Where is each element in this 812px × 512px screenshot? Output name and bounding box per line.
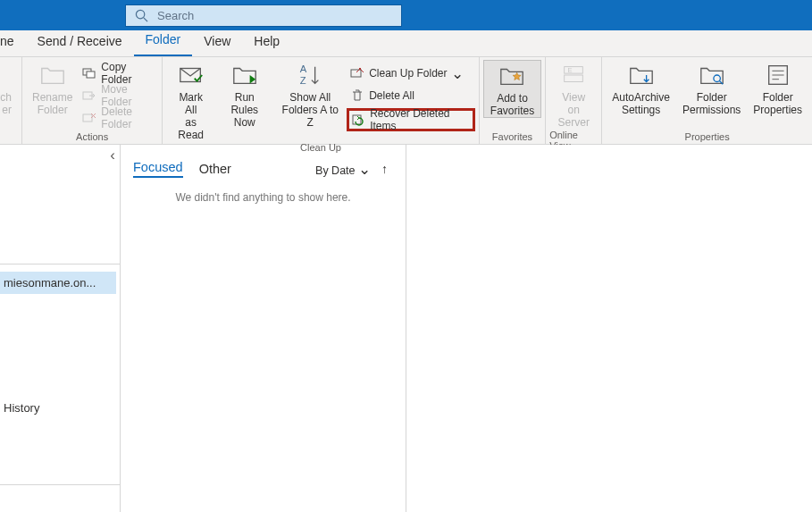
nav-pane: ‹ miesonmane.on... History xyxy=(0,145,121,512)
copy-folder-button[interactable]: Copy Folder xyxy=(79,63,158,83)
properties-icon xyxy=(765,62,791,88)
svg-point-0 xyxy=(136,10,144,18)
sort-button[interactable]: By Date ⌄ xyxy=(315,162,371,177)
group-actions-label: Actions xyxy=(76,131,108,142)
nav-account-item[interactable]: miesonmane.on... xyxy=(0,272,116,294)
tab-help[interactable]: Help xyxy=(242,29,291,56)
folder-star-icon xyxy=(498,63,525,89)
folder-icon xyxy=(39,62,66,88)
move-icon xyxy=(82,88,96,103)
search-placeholder: Search xyxy=(157,9,194,22)
empty-message: We didn't find anything to show here. xyxy=(121,182,406,204)
svg-text:E: E xyxy=(568,66,573,74)
svg-text:Z: Z xyxy=(300,75,306,86)
sort-direction-button[interactable]: ↑ xyxy=(381,162,388,176)
autoarchive-button[interactable]: AutoArchiveSettings xyxy=(606,60,676,116)
svg-rect-10 xyxy=(353,115,361,124)
svg-rect-3 xyxy=(87,71,95,78)
server-icon: E xyxy=(560,62,587,88)
envelope-check-icon xyxy=(178,62,205,88)
reading-pane xyxy=(406,145,812,512)
partial-button: rcher xyxy=(0,60,18,116)
search-input[interactable]: Search xyxy=(125,4,402,27)
rename-folder-button: RenameFolder xyxy=(26,60,79,116)
collapse-nav-icon[interactable]: ‹ xyxy=(110,147,115,163)
svg-text:A: A xyxy=(300,63,307,74)
chevron-down-icon: ⌄ xyxy=(358,161,371,178)
mark-all-read-button[interactable]: Mark Allas Read xyxy=(166,60,215,141)
group-favorites-label: Favorites xyxy=(492,131,532,142)
tab-folder[interactable]: Folder xyxy=(134,28,193,56)
tab-partial[interactable]: ne xyxy=(0,29,26,56)
move-folder-button: Move Folder xyxy=(79,86,158,105)
tab-send-receive[interactable]: Send / Receive xyxy=(26,29,134,56)
group-properties-label: Properties xyxy=(685,131,730,142)
tab-view[interactable]: View xyxy=(192,29,242,56)
folder-search-icon xyxy=(699,62,725,88)
ribbon-tabs: ne Send / Receive Folder View Help xyxy=(0,30,812,57)
clean-up-folder-button[interactable]: Clean Up Folder ⌄ xyxy=(347,63,475,83)
delete-all-button[interactable]: Delete All xyxy=(347,86,475,105)
recover-deleted-button[interactable]: Recover Deleted Items xyxy=(347,108,475,131)
delete-folder-icon xyxy=(82,111,96,125)
tab-other[interactable]: Other xyxy=(199,162,231,176)
search-icon xyxy=(135,9,148,22)
svg-point-14 xyxy=(714,75,721,82)
view-on-server-button: E View onServer xyxy=(549,60,598,129)
svg-rect-5 xyxy=(83,114,92,122)
archive-folder-icon xyxy=(628,62,655,88)
recover-icon xyxy=(351,113,365,127)
folder-properties-button[interactable]: FolderProperties xyxy=(747,60,808,116)
tab-focused[interactable]: Focused xyxy=(133,160,183,178)
folder-play-icon xyxy=(231,62,258,88)
show-all-folders-button[interactable]: AZ Show AllFolders A to Z xyxy=(273,60,347,129)
add-to-favorites-button[interactable]: Add toFavorites xyxy=(483,60,541,118)
svg-rect-12 xyxy=(565,75,583,82)
sort-az-icon: AZ xyxy=(297,62,323,88)
message-list-pane: Focused Other By Date ⌄ ↑ We didn't find… xyxy=(121,145,406,512)
copy-icon xyxy=(82,66,96,80)
broom-folder-icon xyxy=(350,66,364,80)
svg-rect-9 xyxy=(351,70,361,77)
svg-line-1 xyxy=(144,17,147,21)
run-rules-button[interactable]: Run RulesNow xyxy=(215,60,273,129)
trash-icon xyxy=(350,88,364,103)
nav-history-item[interactable]: History xyxy=(4,401,39,415)
folder-permissions-button[interactable]: FolderPermissions xyxy=(676,60,747,116)
delete-folder-button: Delete Folder xyxy=(79,108,158,128)
chevron-down-icon: ⌄ xyxy=(451,66,464,81)
ribbon: rcher RenameFolder Copy Folder Move Fold… xyxy=(0,57,812,145)
